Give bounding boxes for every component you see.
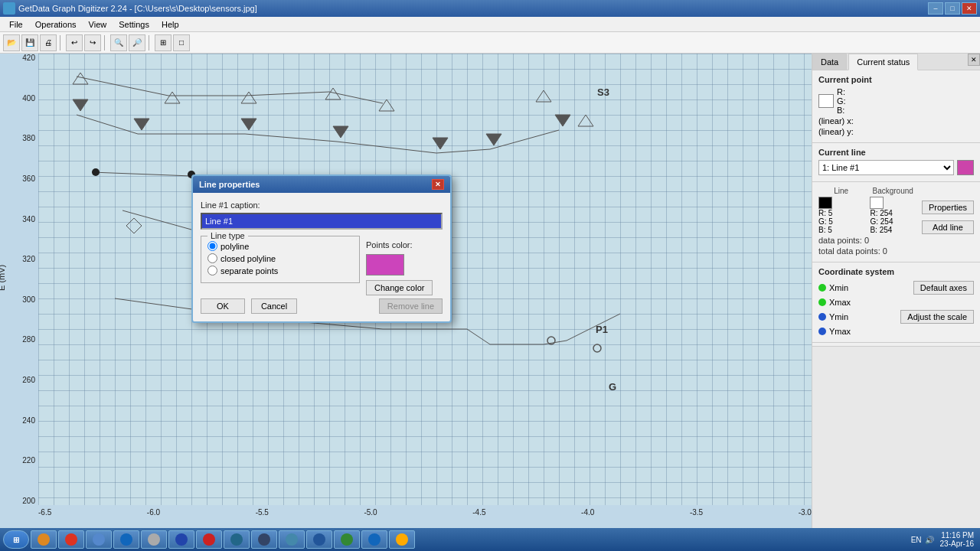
radio-closed-polyline[interactable]: closed polyline bbox=[207, 253, 353, 263]
menu-file[interactable]: File bbox=[3, 18, 29, 31]
marker-tri-3 bbox=[241, 92, 256, 103]
point-r: R: bbox=[837, 87, 846, 96]
marker-tri-top-2 bbox=[578, 115, 593, 126]
bg-col: Background R: 254 G: 254 B: 254 bbox=[870, 187, 915, 236]
x-tick-n30: -3.0 bbox=[799, 508, 812, 517]
radio-separate-points-label: separate points bbox=[220, 266, 278, 276]
x-tick-n45: -4.5 bbox=[472, 508, 485, 517]
toolbar-view[interactable]: □ bbox=[173, 34, 190, 51]
toolbar-zoom-in[interactable]: 🔍 bbox=[110, 34, 127, 51]
caption-input[interactable] bbox=[201, 213, 443, 230]
graph-area: E (mV) 420 400 380 360 340 320 300 280 2… bbox=[0, 54, 812, 528]
line-b: B: 5 bbox=[818, 226, 832, 234]
tab-current-status[interactable]: Current status bbox=[848, 54, 918, 70]
marker-trid-2 bbox=[134, 119, 149, 130]
remove-line-button[interactable]: Remove line bbox=[379, 298, 443, 314]
dialog-two-col: Line type polyline closed polyline bbox=[201, 236, 443, 295]
dialog-footer: OK Cancel Remove line bbox=[201, 295, 443, 314]
taskbar-app-ie2[interactable] bbox=[361, 530, 387, 549]
taskbar-app-notepad[interactable] bbox=[141, 530, 167, 549]
taskbar-app-word[interactable] bbox=[168, 530, 194, 549]
start-button[interactable]: ⊞ bbox=[3, 530, 29, 549]
bg-r-row: R: 254 bbox=[870, 209, 915, 217]
tab-data[interactable]: Data bbox=[812, 54, 847, 70]
taskbar-app-7[interactable] bbox=[251, 530, 277, 549]
menu-operations[interactable]: Operations bbox=[29, 18, 83, 31]
taskbar-app-chrome[interactable] bbox=[58, 530, 84, 549]
taskbar-app-winamp[interactable] bbox=[389, 530, 415, 549]
current-line-section: Current line 1: Line #1 bbox=[812, 143, 980, 182]
menu-settings[interactable]: Settings bbox=[113, 18, 155, 31]
change-color-button[interactable]: Change color bbox=[366, 280, 433, 295]
adjust-scale-button[interactable]: Adjust the scale bbox=[900, 310, 974, 324]
close-button[interactable]: ✕ bbox=[962, 2, 977, 15]
y-tick-200: 200 bbox=[22, 497, 35, 505]
taskbar-right: EN 🔊 11:16 PM 23-Apr-16 bbox=[911, 531, 977, 548]
line-select[interactable]: 1: Line #1 bbox=[818, 160, 954, 175]
taskbar-app-9[interactable] bbox=[306, 530, 332, 549]
lower-panel-area bbox=[812, 346, 980, 528]
taskbar-app-8[interactable] bbox=[279, 530, 305, 549]
x-tick-n35: -3.5 bbox=[690, 508, 703, 517]
volume-icon[interactable]: 🔊 bbox=[925, 536, 934, 544]
y-tick-380: 380 bbox=[22, 134, 35, 142]
radio-polyline-input[interactable] bbox=[207, 241, 217, 251]
bg-r: R: 254 bbox=[870, 209, 892, 217]
x-tick-n60: -6.0 bbox=[147, 508, 160, 517]
bg-sub-label: Background bbox=[870, 187, 915, 195]
line-bg-section: Line R: 5 G: 5 B: 5 Background R: 254 G:… bbox=[812, 182, 980, 262]
default-axes-button[interactable]: Default axes bbox=[913, 281, 974, 295]
y-tick-420: 420 bbox=[22, 54, 35, 62]
taskbar-app-explorer[interactable] bbox=[86, 530, 112, 549]
time-display: 11:16 PM bbox=[940, 531, 974, 540]
toolbar-print[interactable]: 🖨 bbox=[40, 34, 57, 51]
current-point-row: R: G: B: bbox=[818, 87, 974, 115]
taskbar-app-6[interactable] bbox=[224, 530, 250, 549]
line-g-row: G: 5 bbox=[818, 217, 864, 226]
xmax-row: Xmax bbox=[818, 298, 974, 307]
right-panel: ✕ Data Current status Current point R: G… bbox=[812, 54, 980, 528]
menu-help[interactable]: Help bbox=[155, 18, 185, 31]
toolbar-grid[interactable]: ⊞ bbox=[155, 34, 172, 51]
dialog-close-button[interactable]: ✕ bbox=[432, 179, 444, 190]
point-x-row: (linear) x: bbox=[818, 116, 974, 126]
point-g: G: bbox=[837, 96, 846, 106]
toolbar-undo[interactable]: ↩ bbox=[66, 34, 83, 51]
notepad-icon bbox=[148, 533, 160, 546]
y-tick-320: 320 bbox=[22, 255, 35, 263]
taskbar-app-ie[interactable] bbox=[113, 530, 139, 549]
total-data-points-label: total data points: bbox=[818, 246, 880, 256]
cancel-button[interactable]: Cancel bbox=[251, 298, 297, 314]
line-col: Line R: 5 G: 5 B: 5 bbox=[818, 187, 864, 236]
taskbar-app-10[interactable] bbox=[334, 530, 360, 549]
ok-button[interactable]: OK bbox=[201, 298, 245, 314]
bg-b: B: 254 bbox=[870, 226, 892, 234]
radio-separate-points[interactable]: separate points bbox=[207, 266, 353, 276]
label-g: G bbox=[609, 381, 616, 393]
total-data-points-value: 0 bbox=[883, 246, 887, 256]
ymin-row: Ymin Adjust the scale bbox=[818, 308, 974, 325]
acrobat-icon bbox=[203, 533, 215, 546]
properties-button[interactable]: Properties bbox=[922, 201, 974, 214]
menu-view[interactable]: View bbox=[83, 18, 113, 31]
radio-closed-polyline-input[interactable] bbox=[207, 253, 217, 263]
data-points-row: data points: 0 bbox=[818, 236, 974, 245]
xmax-dot bbox=[818, 298, 826, 306]
add-line-button[interactable]: Add line bbox=[922, 220, 974, 234]
maximize-button[interactable]: □ bbox=[945, 2, 960, 15]
line-properties-dialog: Line properties ✕ Line #1 caption: Line … bbox=[191, 174, 452, 323]
radio-polyline[interactable]: polyline bbox=[207, 241, 353, 251]
toolbar-redo[interactable]: ↪ bbox=[84, 34, 101, 51]
toolbar-open[interactable]: 📂 bbox=[3, 34, 20, 51]
minimize-button[interactable]: – bbox=[928, 2, 943, 15]
marker-tri-top-1 bbox=[536, 90, 551, 102]
marker-trid-7 bbox=[555, 115, 570, 126]
marker-trid-5 bbox=[433, 138, 448, 149]
toolbar-zoom-out[interactable]: 🔎 bbox=[129, 34, 145, 51]
taskbar-app-weather[interactable] bbox=[31, 530, 57, 549]
toolbar-save[interactable]: 💾 bbox=[21, 34, 38, 51]
panel-close-button[interactable]: ✕ bbox=[968, 54, 980, 66]
y-axis-ticks: 420 400 380 360 340 320 300 280 260 240 … bbox=[0, 54, 38, 505]
radio-separate-points-input[interactable] bbox=[207, 266, 217, 276]
taskbar-app-acrobat[interactable] bbox=[196, 530, 222, 549]
